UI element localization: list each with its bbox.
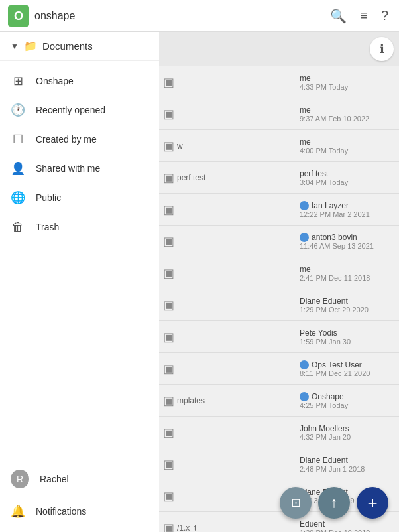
user-name-label: Rachel [40,474,69,484]
search-icon[interactable]: 🔍 [330,8,347,24]
table-row[interactable]: ▣ Pete Yodis 1:59 PM Jan 30 [159,321,399,353]
row-right: me 4:33 PM Today [293,66,399,98]
row-time: 8:11 PM Dec 21 2020 [300,369,392,377]
main-content: ℹ ▣ me 4:33 PM Today ▣ me 9:37 AM Feb 10… [159,32,399,532]
sidebar-item-recently-opened[interactable]: 🕐 Recently opened [0,96,159,125]
svg-text:O: O [14,9,23,23]
row-left: ▣ w [159,130,293,161]
row-left: ▣ mplates [159,385,293,416]
documents-label: Documents [42,40,93,52]
row-left: ▣ [159,98,293,129]
row-left: ▣ [159,480,293,511]
row-left: ▣ [159,289,293,320]
row-owner: Ops Test User [312,360,362,369]
header-actions: 🔍 ≡ ? [159,8,399,24]
row-partial-label: mplates [177,393,205,408]
documents-header[interactable]: ▼ 📁 Documents [0,32,159,61]
row-right: Ian Layzer 12:22 PM Mar 2 2021 [293,194,399,225]
nav-label-public: Public [36,192,61,203]
sidebar-item-shared-with-me[interactable]: 👤 Shared with me [0,154,159,183]
row-time: 2:41 PM Dec 11 2018 [300,274,392,282]
nav-label-onshape: Onshape [36,76,74,86]
sidebar-item-notifications[interactable]: 🔔 Notifications [0,496,159,527]
globe-indicator [300,233,309,242]
table-row[interactable]: ▣ mplates Onshape 4:25 PM Today [159,385,399,417]
user-avatar-icon: R [11,470,29,488]
person-icon: 👤 [11,161,25,176]
sidebar-item-public[interactable]: 🌐 Public [0,183,159,212]
row-time: 9:37 AM Feb 10 2022 [300,115,392,123]
import-fab-button[interactable]: ⊡ [280,487,312,519]
table-row[interactable]: ▣ me 4:33 PM Today [159,66,399,98]
doc-icon: ▣ [163,489,174,503]
row-time: 1:29 PM Dec 19 2019 [300,529,392,533]
add-fab-button[interactable]: + [357,487,388,519]
sidebar-item-trash[interactable]: 🗑 Trash [0,212,159,241]
row-left: ▣ /1.x_t [159,512,293,532]
table-row[interactable]: ▣ Diane Eduent 2:48 PM Jun 1 2018 [159,448,399,480]
row-left: ▣ [159,448,293,480]
row-right: me 9:37 AM Feb 10 2022 [293,98,399,129]
row-right: anton3 bovin 11:46 AM Sep 13 2021 [293,226,399,257]
row-time: 4:00 PM Today [300,147,392,155]
doc-icon: ▣ [163,425,174,440]
table-row[interactable]: ▣ perf test perf test 3:04 PM Today [159,162,399,194]
nav-label-notifications: Notifications [36,506,86,517]
row-right: Diane Eduent 2:48 PM Jun 1 2018 [293,448,399,480]
nav-label-recently-opened: Recently opened [36,105,105,115]
doc-icon: ▣ [163,202,174,217]
row-time: 4:33 PM Today [300,83,392,91]
help-icon[interactable]: ? [381,8,388,23]
row-partial-label: perf test [177,170,205,185]
row-left: ▣ [159,66,293,98]
row-time: 11:46 AM Sep 13 2021 [300,242,392,250]
globe-indicator [300,360,309,369]
table-row[interactable]: ▣ Diane Eduent 1:29 PM Oct 29 2020 [159,289,399,321]
row-time: 12:22 PM Mar 2 2021 [300,210,392,218]
table-row[interactable]: ▣ John Moellers 4:32 PM Jan 20 [159,417,399,448]
nav-label-shared-with-me: Shared with me [36,163,100,174]
clock-icon: 🕐 [11,103,25,117]
row-owner: me [300,137,392,147]
row-owner: John Moellers [300,424,392,433]
row-owner: Onshape [312,392,344,401]
doc-icon: ▣ [163,330,174,344]
table-row[interactable]: ▣ Ian Layzer 12:22 PM Mar 2 2021 [159,194,399,226]
sidebar-nav: ⊞ Onshape 🕐 Recently opened ☐ Created by… [0,61,159,456]
doc-icon: ▣ [163,298,174,312]
upload-fab-button[interactable]: ↑ [318,487,350,519]
row-left: ▣ [159,194,293,225]
sidebar-item-onshape[interactable]: ⊞ Onshape [0,66,159,96]
table-row[interactable]: ▣ me 9:37 AM Feb 10 2022 [159,98,399,130]
sidebar: ▼ 📁 Documents ⊞ Onshape 🕐 Recently opene… [0,32,159,532]
header: O onshape 🔍 ≡ ? [0,0,399,32]
row-left: ▣ perf test [159,162,293,193]
row-left: ▣ [159,257,293,289]
row-owner: Eduent [300,519,392,529]
sidebar-item-created-by-me[interactable]: ☐ Created by me [0,125,159,154]
bell-icon: 🔔 [11,504,25,519]
row-right: me 4:00 PM Today [293,130,399,161]
doc-icon: ▣ [163,234,174,249]
row-time: 4:25 PM Today [300,401,392,409]
filter-icon[interactable]: ≡ [360,8,368,23]
row-left: ▣ [159,226,293,257]
row-time: 1:59 PM Jan 30 [300,338,392,346]
table-row[interactable]: ▣ Ops Test User 8:11 PM Dec 21 2020 [159,353,399,385]
doc-icon: ▣ [163,521,174,533]
table-row[interactable]: ▣ w me 4:00 PM Today [159,130,399,162]
document-icon: ☐ [11,132,25,147]
info-button[interactable]: ℹ [370,37,394,61]
sidebar-item-user[interactable]: R Rachel [0,462,159,496]
row-owner: me [300,265,392,274]
row-left: ▣ [159,417,293,448]
globe-indicator [300,392,309,401]
row-time: 3:04 PM Today [300,178,392,186]
table-row[interactable]: ▣ me 2:41 PM Dec 11 2018 [159,257,399,289]
table-row[interactable]: ▣ anton3 bovin 11:46 AM Sep 13 2021 [159,226,399,257]
row-owner: Diane Eduent [300,456,392,465]
doc-icon: ▣ [163,457,174,472]
row-partial-label: w [177,139,183,153]
doc-icon: ▣ [163,107,174,121]
row-time: 4:32 PM Jan 20 [300,433,392,441]
